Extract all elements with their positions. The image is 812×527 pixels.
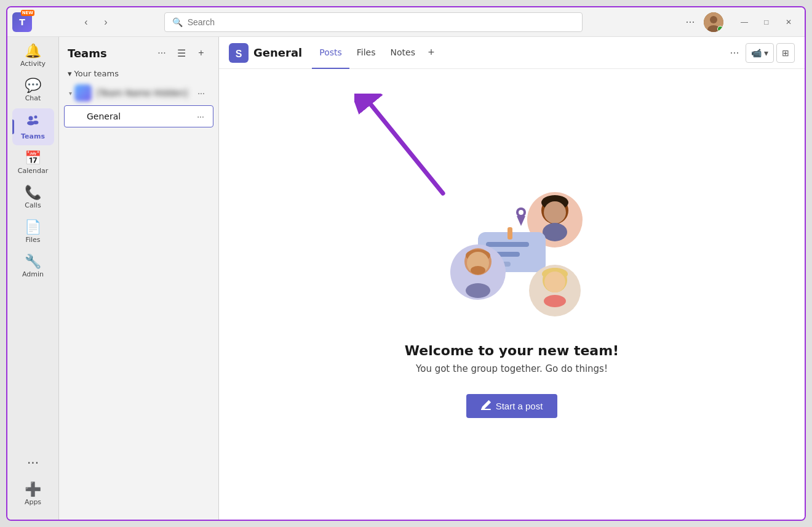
sidebar-item-activity-label: Activity: [20, 60, 46, 68]
avatar[interactable]: [704, 12, 723, 32]
online-status-badge: [717, 26, 723, 32]
app-logo: T NEW: [12, 12, 32, 32]
expand-button[interactable]: ⊞: [776, 43, 795, 63]
activity-icon: 🔔: [25, 44, 41, 58]
chevron-down-icon: ▾: [764, 48, 768, 58]
apps-add-icon: ➕: [25, 483, 41, 496]
window-controls: — □ ✕: [733, 14, 800, 31]
app-logo-badge: NEW: [21, 10, 34, 16]
channel-tabs: Posts Files Notes +: [312, 37, 721, 69]
channel-team-icon: S: [229, 43, 249, 63]
edit-icon: [481, 400, 491, 412]
channel-list-item-general[interactable]: General ···: [64, 105, 213, 127]
edit-svg-icon: [481, 400, 491, 410]
your-teams-label[interactable]: ▾ Your teams: [64, 66, 213, 81]
calendar-icon: 📅: [25, 151, 41, 165]
svg-point-33: [544, 272, 565, 292]
sidebar-item-chat[interactable]: 💬 Chat: [12, 74, 54, 107]
team-more-button[interactable]: ···: [194, 86, 209, 100]
sidebar-item-chat-label: Chat: [25, 94, 41, 102]
illustration-svg: [420, 171, 604, 331]
team-avatar: [74, 84, 92, 102]
sidebar-more-button[interactable]: ···: [22, 451, 44, 475]
back-button[interactable]: ‹: [78, 14, 95, 31]
svg-point-1: [710, 16, 717, 23]
tab-files[interactable]: Files: [349, 37, 383, 69]
svg-point-34: [544, 295, 566, 307]
video-icon: 📹: [751, 48, 762, 58]
files-icon: 📄: [25, 220, 41, 234]
svg-point-29: [466, 283, 490, 298]
channel-content: Welcome to your new team! You got the gr…: [219, 69, 805, 520]
expand-icon: ⊞: [782, 48, 789, 58]
tab-notes[interactable]: Notes: [383, 37, 423, 69]
svg-rect-35: [481, 409, 491, 410]
teams-add-button[interactable]: +: [193, 44, 210, 62]
title-bar-left: T NEW: [12, 12, 68, 32]
sidebar-item-teams[interactable]: Teams: [12, 108, 54, 145]
start-post-button[interactable]: Start a post: [466, 394, 558, 418]
active-indicator: [12, 119, 14, 134]
minimize-button[interactable]: —: [733, 14, 755, 31]
nav-arrows: ‹ ›: [78, 14, 114, 31]
svg-point-23: [519, 210, 523, 215]
teams-panel: Teams ··· ☰ + ▾ Your teams ▾ [Team Name …: [59, 37, 219, 520]
team-expand-icon: ▾: [69, 90, 72, 97]
admin-icon: 🔧: [25, 255, 41, 268]
forward-button[interactable]: ›: [97, 14, 114, 31]
sidebar-item-calendar[interactable]: 📅 Calendar: [12, 147, 54, 180]
tab-notes-label: Notes: [391, 47, 415, 57]
teams-header: Teams ··· ☰ +: [59, 37, 218, 66]
chat-icon: 💬: [25, 79, 41, 92]
sidebar-item-apps[interactable]: ➕ Apps: [12, 478, 54, 511]
search-bar: 🔍: [164, 12, 583, 32]
channel-title: General: [253, 46, 302, 59]
svg-rect-17: [486, 242, 529, 247]
your-teams-text: Your teams: [74, 69, 119, 78]
svg-point-28: [471, 266, 485, 275]
sidebar-item-calls[interactable]: 📞 Calls: [12, 181, 54, 214]
welcome-title: Welcome to your new team!: [405, 343, 619, 358]
add-tab-button[interactable]: +: [423, 44, 440, 62]
sidebar-bottom: ··· ➕ Apps: [12, 451, 54, 520]
sidebar-item-activity[interactable]: 🔔 Activity: [12, 39, 54, 73]
sidebar-item-calls-label: Calls: [25, 201, 41, 209]
svg-point-15: [543, 223, 567, 241]
welcome-subtitle: You got the group together. Go do things…: [416, 363, 608, 374]
teams-filter-button[interactable]: ☰: [173, 44, 190, 62]
title-bar-right: ··· — □ ✕: [682, 12, 800, 32]
teams-icon: [26, 113, 41, 131]
channel-area: S General Posts Files Notes +: [219, 37, 805, 520]
channel-name-general: General: [87, 111, 193, 121]
main-content: 🔔 Activity 💬 Chat Teams: [7, 37, 805, 520]
chevron-down-icon: ▾: [68, 69, 72, 78]
svg-point-6: [33, 121, 38, 124]
sidebar-item-calendar-label: Calendar: [18, 167, 48, 175]
svg-marker-22: [517, 216, 525, 226]
welcome-illustration: [420, 171, 604, 331]
sidebar-item-admin-label: Admin: [22, 270, 44, 278]
team-list-item[interactable]: ▾ [Team Name Hidden] ···: [64, 81, 213, 105]
tab-posts-label: Posts: [319, 47, 342, 57]
search-icon: 🔍: [172, 17, 183, 27]
channel-header-right: ··· 📹 ▾ ⊞: [726, 43, 795, 63]
sidebar-item-admin[interactable]: 🔧 Admin: [12, 250, 54, 283]
sidebar-item-files[interactable]: 📄 Files: [12, 215, 54, 249]
teams-more-button[interactable]: ···: [153, 44, 170, 62]
channel-more-button[interactable]: ···: [726, 44, 743, 62]
video-call-button[interactable]: 📹 ▾: [746, 43, 774, 63]
channel-icon-svg: S: [230, 44, 247, 62]
titlebar-more-button[interactable]: ···: [682, 14, 699, 31]
maximize-button[interactable]: □: [755, 14, 778, 31]
tab-files-label: Files: [357, 47, 376, 57]
sidebar-item-files-label: Files: [25, 236, 40, 244]
teams-svg-icon: [26, 113, 41, 128]
close-button[interactable]: ✕: [778, 14, 800, 31]
channel-more-button[interactable]: ···: [193, 109, 208, 124]
svg-rect-20: [507, 227, 512, 239]
search-input[interactable]: [188, 17, 575, 27]
tab-posts[interactable]: Posts: [312, 37, 349, 69]
sidebar-item-teams-label: Teams: [21, 132, 45, 140]
your-teams-section: ▾ Your teams ▾ [Team Name Hidden] ··· Ge…: [59, 66, 218, 127]
title-bar: T NEW ‹ › 🔍 ···: [7, 7, 805, 37]
